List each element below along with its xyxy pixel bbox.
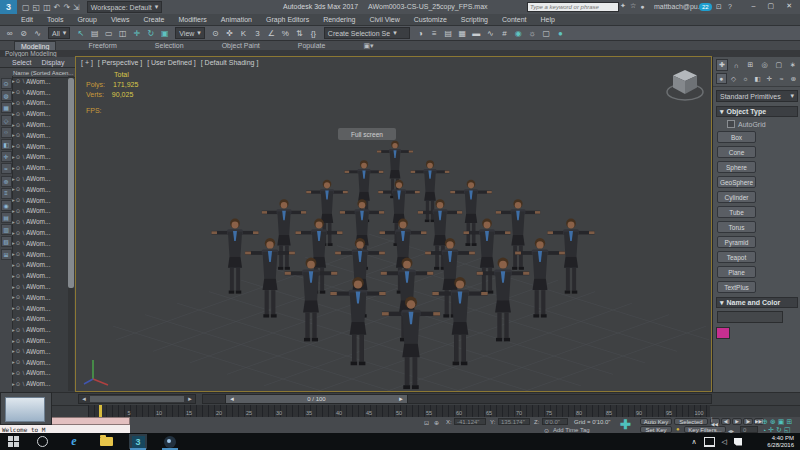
perspective-viewport[interactable]: [ + ] [ Perspective ] [ User Defined ] [… [75,56,712,392]
mirror-icon[interactable]: ◑ [414,29,427,38]
percent-snap-icon[interactable]: % [279,29,292,38]
zoom-extents-all-icon[interactable]: ⊞ [786,418,792,426]
close-button[interactable]: ✕ [786,2,792,10]
character-model[interactable] [211,219,258,294]
explorer-object-row[interactable]: ▸⊙∖AWom... [12,335,67,346]
visibility-eye-icon[interactable]: ⊙ [16,273,21,279]
explorer-object-row[interactable]: ▸⊙∖AWom... [12,357,67,368]
menu-create[interactable]: Create [136,16,171,23]
menu-content[interactable]: Content [495,16,534,23]
explorer-object-row[interactable]: ▸⊙∖AWom... [12,314,67,325]
visibility-eye-icon[interactable]: ⊙ [16,78,21,84]
explorer-object-row[interactable]: ▸⊙∖AWom... [12,206,67,217]
time-marker[interactable] [99,405,102,417]
explorer-object-row[interactable]: ▸⊙∖AWom... [12,270,67,281]
display-lights-icon[interactable]: ☼ [1,127,12,138]
align-icon[interactable]: ≡ [428,29,441,38]
start-button[interactable] [8,436,19,447]
explorer-object-row[interactable]: ▸⊙∖AWom... [12,368,67,379]
visibility-eye-icon[interactable]: ⊙ [16,208,21,214]
display-space-warps-icon[interactable]: ≈ [1,163,12,174]
display-bones-icon[interactable]: ▤ [1,212,12,223]
character-model[interactable] [547,219,594,294]
primitive-button-box[interactable]: Box [717,131,756,143]
motion-tab-icon[interactable]: ◎ [759,59,771,71]
expand-arrow-icon[interactable]: ▸ [12,208,15,214]
z-coordinate-field[interactable]: 0'0.0" [542,418,568,425]
search-input[interactable] [527,2,619,12]
cameras-icon[interactable]: ◧ [752,73,763,84]
explorer-select-menu[interactable]: Select [12,59,31,66]
menu-scripting[interactable]: Scripting [454,16,495,23]
primitive-button-geosphere[interactable]: GeoSphere [717,176,756,188]
volume-icon[interactable]: ◁ [722,438,727,446]
menu-graph-editors[interactable]: Graph Editors [259,16,316,23]
viewport-pov-menu[interactable]: [ Perspective ] [98,59,142,66]
object-type-rollout-header[interactable]: ▾ Object Type [716,106,798,117]
menu-views[interactable]: Views [104,16,137,23]
help-icon[interactable]: ? [728,3,732,10]
visibility-eye-icon[interactable]: ⊙ [16,197,21,203]
named-selection-sets-dropdown[interactable]: Create Selection Se▾ [324,27,410,39]
explorer-display-menu[interactable]: Display [41,59,64,66]
frame-back-icon[interactable]: ◄ [229,396,235,402]
visibility-eye-icon[interactable]: ⊙ [16,122,21,128]
space-warps-icon[interactable]: ≈ [776,73,787,84]
x-coordinate-field[interactable]: -41.124" [454,418,486,425]
primitive-category-dropdown[interactable]: Standard Primitives ▾ [716,90,798,102]
visibility-eye-icon[interactable]: ⊙ [16,338,21,344]
add-time-tag[interactable]: Add Time Tag [553,427,590,433]
redo-icon[interactable]: ↷ [63,3,70,12]
y-coordinate-field[interactable]: 135.174" [498,418,530,425]
expand-arrow-icon[interactable]: ▸ [12,132,15,138]
auto-key-button[interactable]: Auto Key [640,418,672,425]
project-folder-icon[interactable]: ⇲ [73,3,80,12]
exchange-apps-icon[interactable]: ⊡ [716,3,722,11]
display-none-icon[interactable]: ◍ [1,90,12,101]
display-tab-icon[interactable]: ▢ [773,59,785,71]
render-setup-icon[interactable]: ☼ [526,29,539,38]
display-helpers-icon[interactable]: ✛ [1,151,12,162]
explorer-object-row[interactable]: ▸⊙∖AWom... [12,87,67,98]
visibility-eye-icon[interactable]: ⊙ [16,176,21,182]
frame-forward-icon[interactable]: ► [398,396,404,402]
visibility-eye-icon[interactable]: ⊙ [16,251,21,257]
zoom-icon[interactable]: ⊕ [762,418,768,426]
save-file-icon[interactable]: ◫ [43,3,51,12]
favorites-star-icon[interactable]: ☆ [630,2,636,10]
notification-badge[interactable]: 22 [699,3,712,11]
viewport-layout-tab[interactable] [0,392,52,425]
visibility-eye-icon[interactable]: ⊙ [16,111,21,117]
explorer-object-row[interactable]: ▸⊙∖AWom... [12,130,67,141]
explorer-object-row[interactable]: ▸⊙∖AWom... [12,76,67,87]
primitive-button-cylinder[interactable]: Cylinder [717,191,756,203]
primitive-button-plane[interactable]: Plane [717,266,756,278]
visibility-eye-icon[interactable]: ⊙ [16,262,21,268]
geometry-icon[interactable]: ● [716,73,727,84]
new-scene-icon[interactable]: ▢ [22,3,30,12]
file-explorer-icon[interactable] [97,434,115,449]
sign-in-avatar-icon[interactable]: ● [640,3,644,10]
bind-to-space-warp-icon[interactable]: ∿ [31,29,44,38]
modify-tab-icon[interactable]: ∩ [730,59,742,71]
expand-arrow-icon[interactable]: ▸ [12,359,15,365]
tray-expand-icon[interactable]: ∧ [691,438,696,446]
visibility-eye-icon[interactable]: ⊙ [16,165,21,171]
utilities-tab-icon[interactable]: ∗ [787,59,799,71]
shapes-icon[interactable]: ◇ [728,73,739,84]
go-to-start-button[interactable]: |◀◀ [710,418,720,425]
lights-icon[interactable]: ☼ [740,73,751,84]
explorer-object-row[interactable]: ▸⊙∖AWom... [12,292,67,303]
layout-thumbnail[interactable] [5,397,45,422]
object-color-swatch[interactable] [716,327,730,339]
object-name-field[interactable] [717,311,783,323]
display-cameras-icon[interactable]: ◧ [1,139,12,150]
menu-group[interactable]: Group [70,16,103,23]
explorer-object-row[interactable]: ▸⊙∖AWom... [12,98,67,109]
display-all-icon[interactable]: ⊙ [1,78,12,89]
minimize-button[interactable]: – [752,2,756,10]
menu-tools[interactable]: Tools [40,16,70,23]
display-shapes-icon[interactable]: ◇ [1,115,12,126]
expand-arrow-icon[interactable]: ▸ [12,89,15,95]
window-crossing-toggle-icon[interactable]: ◫ [116,29,129,38]
